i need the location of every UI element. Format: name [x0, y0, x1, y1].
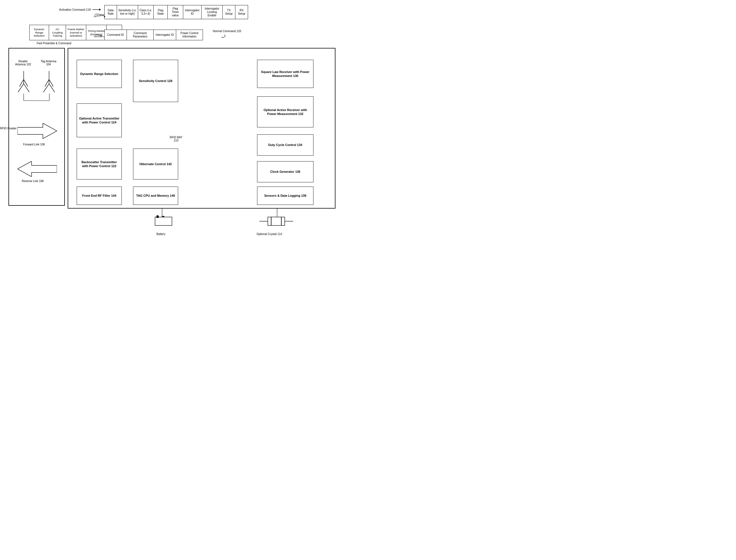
dynamic-range-box: Dynamic Range Selection: [77, 60, 122, 88]
svg-line-9: [24, 84, 29, 92]
sensitivity-box: Sensitivity Control 128: [133, 60, 178, 102]
forward-link-label: Forward Link 106: [23, 143, 45, 146]
header-cell-interrogator-id: Interrogator ID: [183, 5, 202, 19]
svg-marker-21: [17, 161, 57, 177]
preamble-frame-marker: Frame Marker (normal or activation): [66, 25, 86, 40]
svg-marker-20: [17, 123, 57, 139]
header-cell-tx-setup: TX Setup: [223, 5, 235, 19]
normal-cell-command-id: Command ID: [104, 30, 127, 40]
forward-link-arrow-svg: [17, 123, 57, 139]
rfid-reader-box: Reader Antenna 102 Tag Antenna 104: [8, 48, 65, 206]
preamble-dynamic-range: Dynamic Range Selection: [29, 25, 49, 40]
crystal-label: Optional Crystal 114: [257, 233, 282, 236]
svg-marker-6: [222, 37, 223, 38]
svg-marker-1: [99, 8, 101, 11]
header-cell-rx-setup: RX Setup: [235, 5, 248, 19]
svg-text:Activation: Activation: [93, 13, 105, 18]
reader-antenna-svg: [15, 71, 32, 94]
svg-rect-22: [155, 217, 172, 225]
optional-active-rx-box: Optional Active Receiver with Power Meas…: [257, 96, 313, 127]
svg-rect-29: [268, 217, 285, 225]
svg-line-16: [49, 79, 53, 87]
normal-command-row: Command ID Command Parameters Interrogat…: [104, 30, 203, 40]
svg-text:+: +: [157, 214, 158, 217]
reader-antenna-label: Reader Antenna 102: [15, 60, 32, 66]
rfid-reader-label: RFID Reader: [0, 127, 17, 130]
svg-line-11: [24, 79, 28, 87]
tag-antenna-label: Tag Antenna 104: [40, 60, 57, 66]
svg-line-15: [45, 79, 49, 87]
antenna-connector-svg: [9, 94, 65, 102]
svg-line-14: [49, 84, 55, 92]
svg-text:Normal: Normal: [94, 35, 102, 38]
rfid-bat-box: RFID BAT110 Dynamic Range Selection Sens…: [68, 48, 335, 209]
reverse-link-label: Reverse Link 108: [22, 180, 44, 183]
activation-header-row: Data Rate Sensitivity (i.e. low or high)…: [104, 5, 248, 19]
tag-cpu-box: TAG CPU and Memory 140: [133, 187, 178, 205]
reverse-link-arrow-svg: [17, 161, 57, 177]
svg-line-13: [43, 84, 49, 92]
header-cell-flag-timer: Flag Timer value: [168, 5, 183, 19]
header-cell-class: Class (i.e. 3,3+,4): [138, 5, 154, 19]
optional-active-tx-box: Optional Active Transmitter with Power C…: [77, 103, 122, 137]
header-cell-flag-state: Flag State: [154, 5, 168, 19]
clock-gen-box: Clock Generator 136: [257, 161, 313, 182]
activation-italic-label: Activation: [92, 10, 110, 22]
normal-cell-command-params: Command Parameters: [127, 30, 154, 40]
activation-arrow-right: [92, 8, 101, 11]
duty-cycle-box: Duty Cycle Control 134: [257, 134, 313, 156]
normal-cell-power-control: Power Control Information: [176, 30, 203, 40]
backscatter-box: Backscatter Transmitter with Power Contr…: [77, 149, 122, 180]
normal-command-label: Normal Command 120: [213, 30, 241, 39]
svg-line-10: [19, 79, 24, 87]
battery-connect-line: [161, 209, 163, 217]
rfid-bat-label: RFID BAT110: [170, 136, 182, 142]
activation-command-label: Activation Command 118: [59, 8, 101, 11]
preamble-ac-coupling: AC Coupling Training: [49, 25, 66, 40]
header-cell-sensitivity: Sensitivity (i.e. low or high): [117, 5, 138, 19]
battery-svg: + −: [152, 214, 175, 231]
activation-bent-arrow: Activation: [92, 10, 110, 22]
normal-cell-interrogator-id: Interrogator ID: [154, 30, 176, 40]
header-cell-locking: Interrogator Locking Enable: [202, 5, 223, 19]
hibernate-box: Hibernate Control 142: [133, 149, 178, 180]
diagram-container: Activation Command 118 Data Rate Sensiti…: [0, 0, 350, 254]
crystal-connect-line: [276, 209, 279, 217]
tag-antenna-svg: [41, 71, 58, 94]
preamble-label: Fwd Preamble & Command: [37, 42, 71, 45]
battery-label: Battery: [156, 233, 165, 236]
normal-command-curve-arrow: [213, 33, 227, 39]
front-end-box: Front End RF Filter 144: [77, 187, 122, 205]
square-law-box: Square Law Receiver with Power Measureme…: [257, 60, 313, 88]
sensors-box: Sensors & Data Logging 138: [257, 187, 313, 205]
svg-line-8: [18, 84, 24, 92]
